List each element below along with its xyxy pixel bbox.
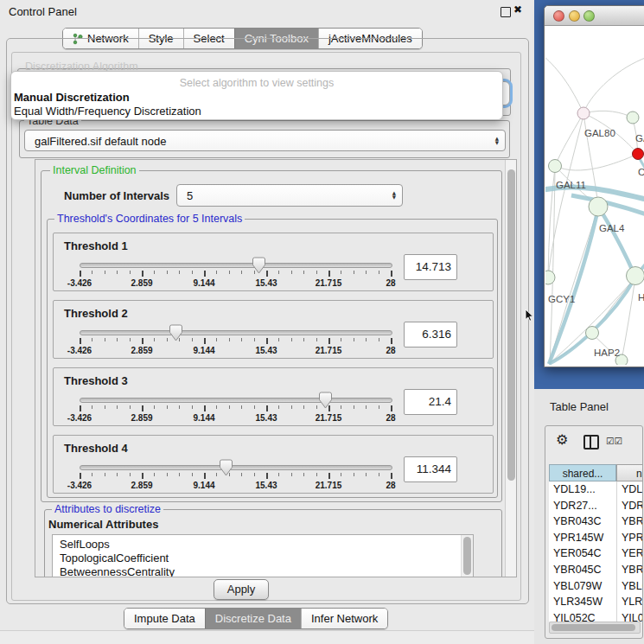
slider-tick xyxy=(316,473,317,476)
table-cell-name[interactable]: YER0 xyxy=(616,545,643,562)
slider-tick-label: 21.715 xyxy=(308,278,349,288)
table-horizontal-scrollbar[interactable] xyxy=(549,622,641,634)
slider-tick xyxy=(92,271,92,274)
settings-scrollbar-thumb[interactable] xyxy=(507,169,515,481)
threshold-value-field[interactable]: 11.344 xyxy=(404,456,457,482)
column-header-shared-name[interactable]: shared... xyxy=(549,464,616,481)
network-node[interactable] xyxy=(577,107,590,119)
table-cell-name[interactable]: YIL0 xyxy=(616,610,643,622)
table-cell-shared-name[interactable]: YDR27... xyxy=(549,498,616,514)
slider-tick-label: 15.43 xyxy=(245,481,287,490)
slider-tick xyxy=(316,271,317,274)
network-view-window[interactable]: GAL80GACGAL11GAL4GCY1HHAP2 xyxy=(544,5,644,367)
slider-tick xyxy=(354,271,354,274)
slider-thumb[interactable] xyxy=(252,257,265,274)
slider-tick-label: 2.859 xyxy=(121,481,163,490)
threshold-label: Threshold 2 xyxy=(64,307,128,320)
table-scrollbar-thumb[interactable] xyxy=(552,624,635,631)
table-cell-name[interactable]: YPR1 xyxy=(616,530,643,546)
network-node[interactable] xyxy=(633,149,644,160)
table-cell-name[interactable]: YBR0 xyxy=(616,513,643,530)
popup-item-manual-discretization[interactable]: Manual Discretization xyxy=(14,91,130,104)
tab-discretize-data[interactable]: Discretize Data xyxy=(205,609,301,628)
attribute-item-selfloops[interactable]: SelfLoops xyxy=(60,538,110,551)
threshold-value-field[interactable]: 14.713 xyxy=(404,254,457,280)
network-node[interactable] xyxy=(586,327,599,340)
table-cell-shared-name[interactable]: YPR145W xyxy=(549,530,616,546)
slider-thumb[interactable] xyxy=(169,324,182,341)
slider-track[interactable] xyxy=(80,465,392,470)
traffic-light-green[interactable] xyxy=(583,10,595,22)
attributes-list[interactable]: SelfLoopsTopologicalCoefficientBetweenne… xyxy=(52,534,474,577)
slider-tick xyxy=(154,271,155,274)
table-cell-name[interactable]: YBL0 xyxy=(616,578,643,595)
table-cell-shared-name[interactable]: YIL052C xyxy=(549,610,616,622)
slider-track[interactable] xyxy=(80,330,392,335)
tab-impute-data[interactable]: Impute Data xyxy=(124,609,205,628)
network-node[interactable] xyxy=(589,197,608,216)
select-columns-icon[interactable]: ☑☑ xyxy=(606,436,622,446)
close-icon[interactable]: ✖ xyxy=(513,3,522,16)
slider-tick-label: -3.426 xyxy=(59,481,100,490)
network-node[interactable] xyxy=(549,160,562,173)
slider-tick xyxy=(105,473,105,476)
attributes-scrollbar-thumb[interactable] xyxy=(463,537,471,575)
table-data-combo[interactable]: galFiltered.sif default node ▲▼ xyxy=(24,130,506,151)
traffic-light-yellow[interactable] xyxy=(569,10,580,22)
table-cell-name[interactable]: YLR3 xyxy=(616,594,643,610)
threshold-value-field[interactable]: 21.4 xyxy=(404,389,457,415)
popup-item-equal-width-frequency[interactable]: Equal Width/Frequency Discretization xyxy=(14,105,201,118)
tab-infer-network[interactable]: Infer Network xyxy=(301,609,387,628)
settings-vertical-scrollbar[interactable] xyxy=(505,160,517,577)
slider-track[interactable] xyxy=(80,398,392,403)
combo-arrows-icon: ▲▼ xyxy=(495,137,499,145)
slider-tick xyxy=(291,271,292,274)
network-node-label: HAP2 xyxy=(594,348,620,358)
network-node[interactable] xyxy=(627,267,644,285)
table-cell-name[interactable]: YDR2 xyxy=(616,498,643,514)
attribute-item-topologicalcoefficient[interactable]: TopologicalCoefficient xyxy=(60,552,169,564)
slider-tick xyxy=(204,473,206,479)
slider-tick xyxy=(142,271,143,277)
slider-tick-label: 9.144 xyxy=(183,346,225,355)
table-cell-shared-name[interactable]: YBR043C xyxy=(549,513,616,530)
slider-tick xyxy=(204,338,206,344)
slider-thumb[interactable] xyxy=(220,459,233,476)
network-edge xyxy=(545,56,583,113)
attribute-item-betweennesscentrality[interactable]: BetweennessCentrality xyxy=(60,565,175,577)
number-of-intervals-combo[interactable]: 5 ▲▼ xyxy=(176,184,403,207)
network-node[interactable] xyxy=(545,271,555,284)
attributes-scrollbar[interactable] xyxy=(461,535,473,577)
slider-track[interactable] xyxy=(80,263,392,268)
table-cell-shared-name[interactable]: YDL19... xyxy=(549,481,616,498)
network-window-titlebar[interactable] xyxy=(545,6,644,26)
slider-tick xyxy=(216,271,217,274)
thresholds-group: Threshold's Coordinates for 5 Intervals … xyxy=(47,219,498,498)
table-cell-name[interactable]: YBR0 xyxy=(616,562,643,578)
slider-tick xyxy=(354,338,354,341)
network-node[interactable] xyxy=(627,112,639,124)
threshold-value-field[interactable]: 6.316 xyxy=(404,322,457,348)
slider-thumb[interactable] xyxy=(319,392,332,409)
slider-tick xyxy=(130,405,131,409)
table-cell-shared-name[interactable]: YBR045C xyxy=(549,562,616,578)
network-canvas[interactable]: GAL80GACGAL11GAL4GCY1HHAP2 xyxy=(545,26,644,365)
slider-tick xyxy=(366,473,367,476)
table-cell-name[interactable]: YDL1 xyxy=(616,481,643,498)
column-header-name[interactable]: na xyxy=(616,464,643,481)
table-cell-shared-name[interactable]: YER054C xyxy=(549,545,616,562)
column-split-icon[interactable] xyxy=(583,435,599,450)
slider-tick-label: 21.715 xyxy=(308,481,349,490)
threshold-panel: Threshold 3 -3.4262.8599.14415.4321.7152… xyxy=(53,367,494,426)
traffic-light-red[interactable] xyxy=(553,10,564,22)
slider-tick xyxy=(254,405,255,409)
table-cell-shared-name[interactable]: YLR345W xyxy=(549,594,616,610)
settings-gear-icon[interactable]: ⚙ xyxy=(556,431,568,448)
slider-tick xyxy=(117,271,118,274)
float-window-icon[interactable] xyxy=(501,7,511,17)
table-cell-shared-name[interactable]: YBL079W xyxy=(549,578,616,595)
slider-tick xyxy=(341,338,341,341)
apply-button[interactable]: Apply xyxy=(214,579,269,600)
slider-tick-label: -3.426 xyxy=(59,413,100,423)
slider-tick xyxy=(291,338,292,341)
